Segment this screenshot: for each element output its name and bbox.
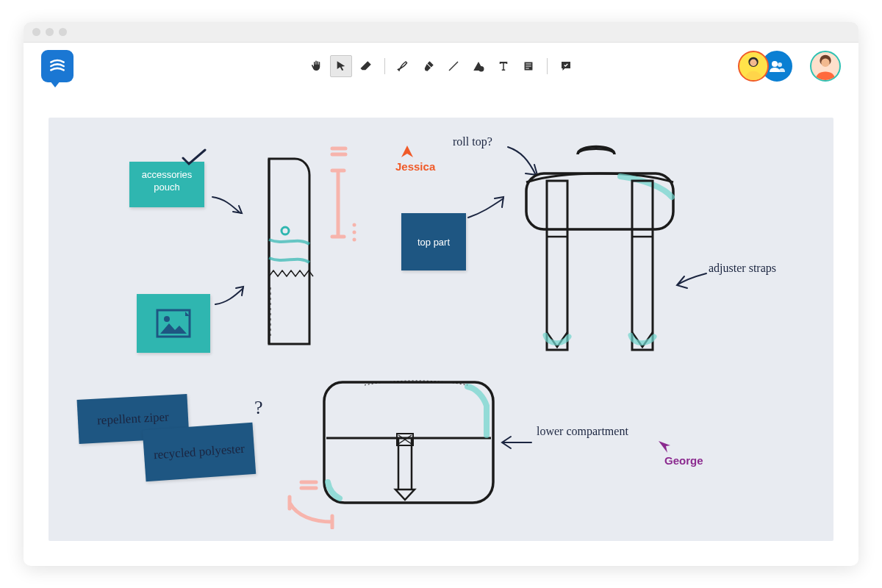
cursor-label-jessica: Jessica	[395, 160, 435, 173]
window-dot	[32, 28, 40, 36]
pouch-sketch	[254, 151, 320, 357]
svg-point-0	[478, 66, 484, 72]
svg-point-8	[353, 231, 356, 234]
arrow-sketch	[465, 194, 509, 223]
bag-lower-sketch	[320, 360, 504, 514]
shape-tool[interactable]	[467, 55, 490, 77]
sticky-note-toppart[interactable]: top part	[401, 213, 466, 270]
sticky-note-recycled[interactable]: recycled polyester	[143, 423, 257, 481]
window-dot	[46, 28, 54, 36]
svg-point-7	[353, 223, 356, 227]
pen-tool[interactable]	[392, 55, 415, 77]
note-text: accessories pouch	[142, 169, 193, 193]
svg-point-9	[353, 238, 356, 242]
avatar-user-2[interactable]	[810, 51, 841, 82]
cursor-george-icon	[657, 440, 670, 454]
highlighter-tool[interactable]	[417, 55, 440, 77]
avatar-user-1[interactable]	[738, 51, 769, 82]
toolbar	[305, 55, 577, 77]
arrow-sketch	[673, 268, 710, 290]
svg-rect-13	[547, 181, 567, 350]
svg-point-4	[778, 62, 782, 67]
app-window: accessories pouch repellent ziper	[24, 22, 858, 566]
arrow-sketch	[498, 434, 535, 453]
presence-avatars	[738, 51, 841, 82]
line-tool[interactable]	[442, 55, 465, 77]
question-mark: ?	[254, 397, 263, 419]
annotation-rolltop: roll top?	[453, 135, 492, 148]
arrow-sketch	[209, 191, 245, 220]
svg-point-11	[164, 316, 170, 322]
image-icon	[156, 309, 191, 338]
sticky-note-image[interactable]	[137, 294, 210, 353]
whiteboard-canvas[interactable]: accessories pouch repellent ziper	[49, 118, 833, 541]
svg-point-6	[282, 227, 289, 234]
svg-point-2	[750, 60, 757, 67]
comment-tool[interactable]	[555, 55, 577, 77]
pan-tool[interactable]	[305, 55, 327, 77]
separator	[384, 58, 385, 74]
measure-marks	[326, 144, 363, 262]
note-text: top part	[417, 237, 450, 248]
note-text: recycled polyester	[153, 442, 245, 462]
header	[24, 43, 858, 90]
window-dot	[59, 28, 67, 36]
separator	[547, 58, 548, 74]
svg-rect-14	[632, 181, 653, 350]
annotation-adjuster: adjuster straps	[709, 262, 776, 275]
app-logo[interactable]	[41, 50, 74, 82]
note-text: repellent ziper	[97, 409, 170, 428]
eraser-tool[interactable]	[355, 55, 377, 77]
cursor-label-george: George	[664, 454, 703, 467]
note-tool[interactable]	[517, 55, 539, 77]
annotation-lower: lower compartment	[537, 425, 628, 438]
text-tool[interactable]	[492, 55, 514, 77]
svg-point-5	[821, 59, 829, 67]
arrow-sketch	[212, 284, 248, 310]
cursor-jessica-icon	[400, 144, 415, 159]
select-tool[interactable]	[330, 55, 352, 77]
svg-point-3	[772, 61, 778, 67]
backpack-top-sketch	[504, 141, 703, 384]
titlebar	[24, 22, 858, 43]
checkmark-sketch	[179, 147, 209, 169]
measure-marks-bottom	[281, 478, 340, 529]
